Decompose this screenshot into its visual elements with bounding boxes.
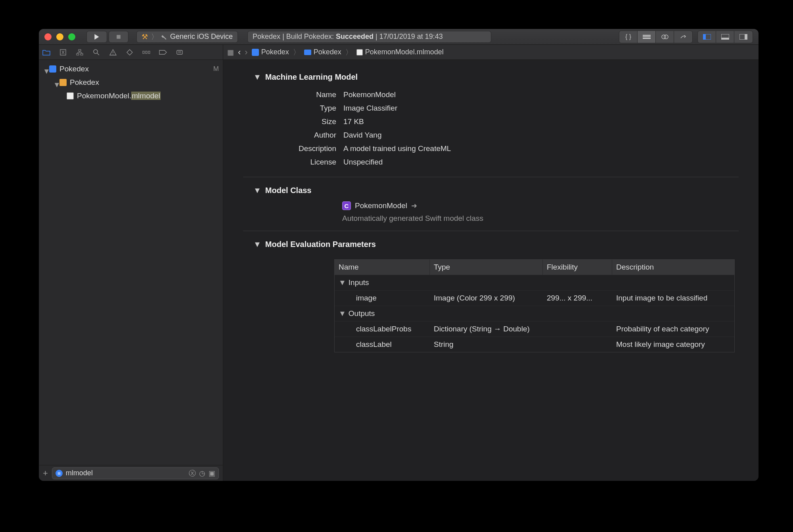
editor-assistant[interactable] (638, 31, 656, 43)
col-description[interactable]: Description (612, 260, 734, 275)
section-header[interactable]: ▼ Model Class (253, 181, 719, 201)
status-timestamp: 17/01/2019 at 19:43 (379, 33, 443, 41)
crumb-file-label: PokemonModel.mlmodel (365, 48, 444, 56)
toolbar-right: { } (619, 31, 753, 43)
minimize-button[interactable] (56, 33, 63, 40)
editor-version[interactable] (656, 31, 674, 43)
warning-icon (109, 49, 117, 55)
report-navigator-tab[interactable] (175, 48, 184, 57)
svg-rect-21 (146, 51, 147, 54)
kv-type: TypeImage Classifier (263, 101, 719, 115)
project-icon (252, 49, 259, 56)
disclosure-icon[interactable]: ▼ (253, 73, 261, 82)
filter-input[interactable] (66, 469, 186, 477)
forward-button[interactable]: › (245, 47, 247, 57)
status-sep: | (280, 33, 286, 41)
label: Author (263, 131, 336, 140)
disclosure-icon[interactable]: ▼ (53, 80, 57, 84)
sidebar: ▼ Pokedex M ▼ Pokedex PokemonModel.mlmod… (39, 60, 223, 481)
symbol-navigator-tab[interactable] (75, 48, 84, 57)
filter-field[interactable]: ≡ ⓧ ◷ ▣ (52, 467, 219, 479)
toggle-inspector[interactable] (734, 31, 753, 43)
clock-icon[interactable]: ◷ (199, 469, 205, 478)
toggle-debug[interactable] (716, 31, 734, 43)
col-type[interactable]: Type (430, 260, 543, 275)
disclosure-icon[interactable]: ▼ (339, 309, 346, 318)
col-name[interactable]: Name (335, 260, 430, 275)
stop-button[interactable] (109, 31, 128, 43)
body: ▼ Pokedex M ▼ Pokedex PokemonModel.mlmod… (39, 60, 759, 481)
debug-navigator-tab[interactable] (142, 48, 151, 57)
mlmodel-icon (67, 92, 74, 100)
param-name: classLabelProbs (335, 321, 430, 337)
editor-standard[interactable]: { } (619, 31, 638, 43)
project-navigator-tab[interactable] (42, 48, 51, 57)
scm-filter-icon[interactable]: ▣ (209, 469, 215, 478)
table-row[interactable]: image Image (Color 299 x 299) 299... x 2… (335, 290, 734, 306)
crumb-group[interactable]: Pokedex (304, 48, 341, 56)
scm-icon (59, 49, 67, 56)
breakpoint-navigator-tab[interactable] (159, 48, 167, 57)
sidebar-bottom-bar: + ≡ ⓧ ◷ ▣ (39, 465, 223, 481)
back-button[interactable]: ‹ (238, 47, 241, 57)
inputs-label: Inputs (349, 278, 369, 287)
disclosure-icon[interactable]: ▼ (253, 186, 261, 195)
kv-author: AuthorDavid Yang (263, 128, 719, 142)
editor-fourth[interactable] (674, 31, 692, 43)
nav-toolbar: ▦ ‹ › Pokedex 〉 Pokedex 〉 PokemonModel.m… (39, 45, 759, 60)
run-button[interactable] (86, 31, 107, 43)
class-icon: C (342, 201, 351, 210)
chevron-right-icon: 〉 (151, 32, 158, 42)
panel-right-icon (739, 34, 747, 40)
label: License (263, 158, 336, 166)
filter-type-icon[interactable]: ≡ (56, 470, 63, 477)
table-row[interactable]: classLabelProbs Dictionary (String → Dou… (335, 321, 734, 337)
param-desc: Most likely image category (612, 337, 734, 352)
toggle-navigator[interactable] (698, 31, 716, 43)
jump-to-class-icon[interactable]: ➜ (411, 201, 417, 210)
activity-status[interactable]: Pokedex | Build Pokedex: Succeeded | 17/… (247, 31, 491, 43)
editor-mode-segment: { } (619, 31, 693, 43)
breakpoint-icon (159, 50, 167, 55)
zoom-button[interactable] (68, 33, 75, 40)
clear-filter-icon[interactable]: ⓧ (189, 469, 196, 478)
tree-root[interactable]: ▼ Pokedex M (39, 62, 223, 76)
disclosure-icon[interactable]: ▼ (253, 240, 261, 249)
outputs-label: Outputs (349, 309, 375, 318)
close-button[interactable] (44, 33, 52, 40)
inputs-group[interactable]: ▼Inputs (335, 275, 734, 290)
status-result: Succeeded (336, 33, 374, 41)
tree-file[interactable]: PokemonModel.mlmodel (39, 89, 223, 103)
tree-group-label: Pokedex (70, 78, 99, 87)
section-header[interactable]: ▼ Machine Learning Model (253, 68, 719, 88)
svg-rect-0 (117, 35, 121, 39)
disclosure-icon[interactable]: ▼ (339, 278, 346, 287)
param-flex: 299... x 299... (543, 291, 612, 306)
status-action: Build Pokedex: (286, 33, 334, 41)
svg-rect-13 (79, 50, 81, 51)
folder-icon (304, 50, 311, 55)
col-flexibility[interactable]: Flexibility (543, 260, 612, 275)
crumb-file[interactable]: PokemonModel.mlmodel (356, 48, 444, 56)
titlebar: ⚒ 〉 Generic iOS Device Pokedex | Build P… (39, 29, 759, 45)
tree-group[interactable]: ▼ Pokedex (39, 76, 223, 89)
scheme-selector[interactable]: ⚒ 〉 Generic iOS Device (136, 31, 238, 43)
add-button[interactable]: + (43, 468, 48, 478)
issue-navigator-tab[interactable] (109, 48, 117, 57)
svg-rect-22 (148, 51, 150, 54)
param-type: Dictionary (String → Double) (430, 321, 543, 337)
related-items-icon[interactable]: ▦ (227, 48, 234, 57)
find-navigator-tab[interactable] (92, 48, 101, 57)
crumb-project[interactable]: Pokedex (252, 48, 289, 56)
outputs-group[interactable]: ▼Outputs (335, 306, 734, 321)
svg-rect-1 (643, 35, 651, 36)
value: David Yang (343, 131, 381, 140)
panel-toggle-segment (697, 31, 753, 43)
table-row[interactable]: classLabel String Most likely image cate… (335, 337, 734, 352)
section-header[interactable]: ▼ Model Evaluation Parameters (253, 235, 719, 255)
source-control-tab[interactable] (59, 48, 67, 57)
param-name: image (335, 291, 430, 306)
test-navigator-tab[interactable] (125, 48, 134, 57)
disclosure-icon[interactable]: ▼ (43, 67, 47, 71)
param-type: String (430, 337, 543, 352)
